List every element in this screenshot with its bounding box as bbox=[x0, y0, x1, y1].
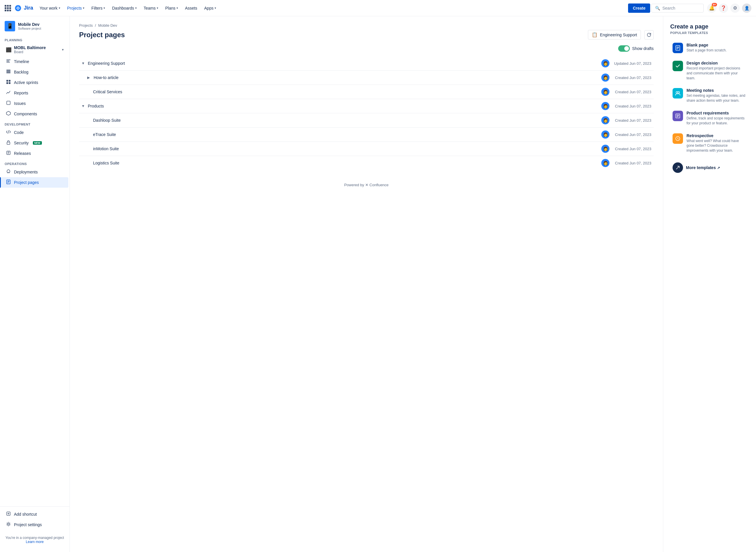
sidebar-item-components[interactable]: Components bbox=[1, 109, 68, 119]
header-right: 📋 Engineering Support bbox=[588, 30, 654, 39]
svg-rect-5 bbox=[6, 72, 10, 73]
sidebar-item-deployments[interactable]: Deployments bbox=[1, 167, 68, 177]
expand-icon[interactable]: ▼ bbox=[81, 61, 86, 65]
page-header: Project pages 📋 Engineering Support bbox=[79, 30, 654, 39]
sidebar-item-active-sprints[interactable]: Active sprints bbox=[1, 77, 68, 88]
sidebar-item-security[interactable]: Security NEW bbox=[1, 138, 68, 148]
expand-icon[interactable]: ▼ bbox=[81, 104, 86, 108]
page-row-name[interactable]: Dashloop Suite bbox=[81, 118, 597, 123]
table-row: inMotion Suite 👩 Created Jun 07, 2023 bbox=[79, 142, 654, 156]
refresh-button[interactable] bbox=[644, 30, 654, 39]
nav-dashboards[interactable]: Dashboards ▾ bbox=[109, 4, 139, 12]
sidebar-bottom: Add shortcut Project settings bbox=[0, 506, 70, 532]
more-templates-button[interactable]: More templates ↗ bbox=[670, 159, 749, 176]
nav-filters[interactable]: Filters ▾ bbox=[88, 4, 108, 12]
jira-logo[interactable]: Jira bbox=[14, 5, 33, 12]
timeline-icon bbox=[6, 59, 11, 64]
page-row-name[interactable]: ▼ Products bbox=[81, 104, 597, 108]
table-row: Critical Services 👩 Created Jun 07, 2023 bbox=[79, 85, 654, 99]
sidebar-item-add-shortcut[interactable]: Add shortcut bbox=[1, 509, 68, 520]
page-row-name[interactable]: ▶ How-to article bbox=[81, 75, 597, 80]
notification-badge: 9+ bbox=[712, 3, 717, 6]
settings-button[interactable]: ⚙ bbox=[730, 3, 740, 13]
show-drafts-toggle[interactable] bbox=[618, 45, 630, 52]
page-row-name[interactable]: Logistics Suite bbox=[81, 161, 597, 165]
chevron-down-icon: ▾ bbox=[59, 6, 60, 10]
sidebar-item-reports[interactable]: Reports bbox=[1, 88, 68, 98]
template-retrospective[interactable]: Retrospective What went well? What could… bbox=[670, 130, 749, 157]
topnav-icons: 🔔 9+ ❓ ⚙ 👤 bbox=[707, 3, 751, 13]
nav-projects[interactable]: Projects ▾ bbox=[64, 4, 88, 12]
chevron-down-icon: ▾ bbox=[62, 48, 64, 52]
template-design-decision[interactable]: Design decision Record important project… bbox=[670, 57, 749, 84]
svg-rect-0 bbox=[6, 59, 10, 60]
help-button[interactable]: ❓ bbox=[719, 3, 728, 13]
table-row: Logistics Suite 👩 Created Jun 07, 2023 bbox=[79, 156, 654, 170]
chevron-down-icon: ▾ bbox=[215, 6, 216, 10]
user-avatar: 👩 bbox=[601, 130, 610, 139]
nav-plans[interactable]: Plans ▾ bbox=[162, 4, 181, 12]
project-header[interactable]: 📱 Mobile Dev Software project bbox=[0, 16, 70, 35]
page-row-name[interactable]: inMotion Suite bbox=[81, 146, 597, 151]
sidebar-item-releases[interactable]: Releases bbox=[1, 148, 68, 159]
date-cell: Created Jun 07, 2023 bbox=[612, 113, 654, 128]
user-avatar[interactable]: 👤 bbox=[742, 3, 751, 13]
sidebar-item-issues[interactable]: Issues bbox=[1, 98, 68, 109]
template-meeting-notes[interactable]: Meeting notes Set meeting agendas, take … bbox=[670, 85, 749, 107]
nav-teams[interactable]: Teams ▾ bbox=[141, 4, 161, 12]
sidebar-item-timeline[interactable]: Timeline bbox=[1, 56, 68, 67]
development-section-label: DEVELOPMENT bbox=[0, 119, 70, 127]
backlog-icon bbox=[6, 69, 11, 75]
sidebar-item-project-settings[interactable]: Project settings bbox=[1, 520, 68, 530]
template-design-decision-icon bbox=[672, 61, 683, 71]
template-blank-page[interactable]: Blank page Start a page from scratch. bbox=[670, 39, 749, 57]
svg-rect-1 bbox=[6, 61, 9, 61]
page-row-name[interactable]: eTrace Suite bbox=[81, 132, 597, 137]
layout: 📱 Mobile Dev Software project PLANNING ⬛… bbox=[0, 16, 756, 552]
popular-templates-label: POPULAR TEMPLATES bbox=[670, 31, 749, 34]
breadcrumb-mobile-dev[interactable]: Mobile Dev bbox=[98, 23, 117, 28]
engineering-support-badge[interactable]: 📋 Engineering Support bbox=[588, 30, 641, 39]
date-cell: Created Jun 07, 2023 bbox=[612, 142, 654, 156]
learn-more-link[interactable]: Learn more bbox=[26, 540, 43, 544]
page-title: Project pages bbox=[79, 31, 125, 39]
sidebar-item-project-pages[interactable]: Project pages bbox=[1, 177, 68, 188]
svg-rect-7 bbox=[9, 80, 10, 82]
nav-apps[interactable]: Apps ▾ bbox=[201, 4, 219, 12]
table-row: eTrace Suite 👩 Created Jun 07, 2023 bbox=[79, 128, 654, 142]
sidebar-item-code[interactable]: Code bbox=[1, 127, 68, 138]
right-panel: Create a page POPULAR TEMPLATES Blank pa… bbox=[663, 16, 756, 552]
template-blank-page-icon bbox=[672, 43, 683, 53]
issues-icon bbox=[6, 101, 11, 106]
user-avatar: 👩 bbox=[601, 88, 610, 96]
nav-assets[interactable]: Assets bbox=[182, 4, 200, 12]
create-button[interactable]: Create bbox=[628, 3, 650, 13]
date-cell: Created Jun 07, 2023 bbox=[612, 85, 654, 99]
planning-section-label: PLANNING bbox=[0, 35, 70, 43]
expand-icon[interactable]: ▶ bbox=[87, 76, 91, 80]
breadcrumb-projects[interactable]: Projects bbox=[79, 23, 93, 28]
active-sprints-icon bbox=[6, 80, 11, 86]
svg-line-12 bbox=[8, 130, 9, 134]
user-avatar: 👩 bbox=[601, 102, 610, 110]
page-row-name[interactable]: Critical Services bbox=[81, 90, 597, 94]
show-drafts-row: Show drafts bbox=[79, 45, 654, 52]
sidebar-item-backlog[interactable]: Backlog bbox=[1, 67, 68, 77]
nav-your-work[interactable]: Your work ▾ bbox=[37, 4, 63, 12]
table-row: ▶ How-to article 👩 Created Jun 07, 2023 bbox=[79, 71, 654, 85]
svg-rect-10 bbox=[7, 101, 10, 105]
template-retrospective-icon bbox=[672, 133, 683, 144]
page-row-name[interactable]: ▼ Engineering Support bbox=[81, 61, 597, 66]
eng-badge-icon: 📋 bbox=[592, 32, 598, 37]
svg-point-28 bbox=[678, 92, 679, 93]
main-content: Projects / Mobile Dev Project pages 📋 En… bbox=[70, 16, 663, 552]
notifications-button[interactable]: 🔔 9+ bbox=[707, 3, 717, 13]
table-row: ▼ Engineering Support 👩 Updated Jun 07, … bbox=[79, 56, 654, 71]
template-product-requirements[interactable]: Product requirements Define, track and s… bbox=[670, 107, 749, 129]
user-avatar: 👩 bbox=[601, 159, 610, 167]
breadcrumb: Projects / Mobile Dev bbox=[79, 23, 654, 28]
sidebar-item-board[interactable]: ⬛ MOBL Baltimore Board ▾ bbox=[1, 43, 68, 56]
app-switcher-icon[interactable] bbox=[5, 5, 11, 11]
search-box[interactable]: 🔍 Search bbox=[651, 4, 704, 12]
security-icon bbox=[6, 140, 11, 146]
